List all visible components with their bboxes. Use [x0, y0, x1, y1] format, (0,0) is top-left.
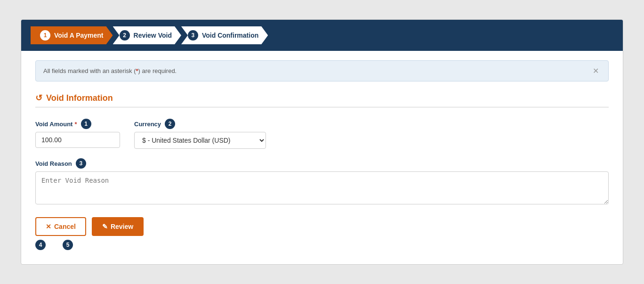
step-1[interactable]: 1 Void A Payment — [31, 26, 113, 44]
currency-select[interactable]: $ - United States Dollar (USD) € - Euro … — [134, 132, 266, 149]
step-3-label: Void Confirmation — [202, 32, 258, 39]
void-amount-input[interactable] — [35, 132, 120, 148]
cancel-button[interactable]: ✕ Cancel — [35, 217, 86, 236]
cancel-icon: ✕ — [46, 223, 51, 230]
form-row-amount-currency: Void Amount* 1 Currency 2 $ - United Sta… — [35, 119, 609, 149]
cancel-label: Cancel — [54, 223, 76, 230]
step-2-number: 2 — [120, 30, 130, 41]
review-button[interactable]: ✎ Review — [92, 217, 144, 236]
step-2-label: Review Void — [134, 32, 172, 39]
void-reason-label: Void Reason 3 — [35, 158, 609, 169]
stepper-header: 1 Void A Payment 2 Review Void 3 Void Co… — [21, 20, 623, 51]
content-area: All fields marked with an asterisk (*) a… — [21, 51, 623, 264]
void-amount-label: Void Amount* 1 — [35, 119, 120, 129]
button-badge-row: 4 5 — [35, 240, 609, 250]
main-container: 1 Void A Payment 2 Review Void 3 Void Co… — [21, 19, 623, 265]
void-reason-badge: 3 — [76, 158, 86, 169]
section-divider — [35, 107, 609, 107]
banner-text: All fields marked with an asterisk (*) a… — [43, 67, 177, 74]
step-1-label: Void A Payment — [54, 32, 104, 39]
step-2[interactable]: 2 Review Void — [113, 26, 181, 44]
section-title-text: Void Information — [46, 93, 113, 103]
currency-badge: 2 — [165, 119, 175, 129]
button-area: ✕ Cancel ✎ Review 4 5 — [35, 217, 609, 250]
refresh-icon: ↺ — [35, 93, 42, 103]
review-button-badge: 5 — [63, 240, 73, 250]
info-banner: All fields marked with an asterisk (*) a… — [35, 60, 609, 81]
step-3-number: 3 — [188, 30, 198, 41]
button-row: ✕ Cancel ✎ Review — [35, 217, 609, 236]
void-amount-badge: 1 — [81, 119, 91, 129]
banner-close-button[interactable]: ✕ — [591, 66, 601, 75]
step-1-number: 1 — [40, 30, 50, 41]
step-3[interactable]: 3 Void Confirmation — [181, 26, 268, 44]
cancel-button-badge: 4 — [35, 240, 46, 250]
required-asterisk: * — [74, 121, 77, 128]
currency-label: Currency 2 — [134, 119, 266, 129]
void-amount-group: Void Amount* 1 — [35, 119, 120, 148]
review-label: Review — [111, 223, 133, 230]
currency-group: Currency 2 $ - United States Dollar (USD… — [134, 119, 266, 149]
section-title: ↺ Void Information — [35, 93, 609, 103]
void-reason-group: Void Reason 3 — [35, 158, 609, 206]
review-icon: ✎ — [102, 223, 108, 230]
void-reason-textarea[interactable] — [35, 171, 609, 204]
